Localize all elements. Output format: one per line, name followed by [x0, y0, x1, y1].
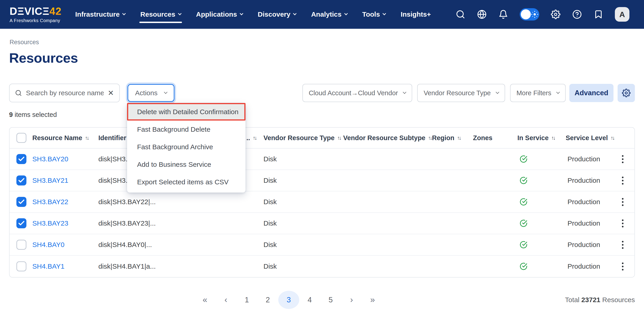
clear-search-icon[interactable]: ✕ — [108, 89, 114, 97]
bookmark-icon[interactable] — [594, 9, 604, 19]
menu-item-add-to-business-service[interactable]: Add to Business Service — [127, 156, 246, 173]
pagination-first[interactable]: « — [194, 291, 216, 309]
vendor-resource-type-cell: Disk — [264, 262, 343, 270]
search-input[interactable] — [26, 89, 104, 97]
pagination-last[interactable]: » — [362, 291, 383, 309]
pagination-page-5[interactable]: 5 — [320, 291, 341, 309]
menu-item-fast-background-delete[interactable]: Fast Background Delete — [127, 121, 246, 138]
nav-item-applications[interactable]: Applications — [196, 0, 243, 29]
filter-select-vendor-resource-type[interactable]: Vendor Resource Type — [417, 84, 505, 102]
row-actions-cell — [607, 218, 634, 229]
pagination-next[interactable]: › — [341, 291, 362, 309]
kebab-menu-icon[interactable] — [620, 261, 625, 272]
pagination-row: «‹12345›» Total 23721 Resources — [0, 291, 644, 309]
column-label: Vendor Resource Type — [264, 134, 334, 142]
gear-icon[interactable] — [551, 9, 561, 19]
row-checkbox[interactable] — [16, 240, 26, 250]
column-header-service-level: Service Level↑↓ — [566, 134, 607, 142]
identifier-cell: disk|SH3.BAY22|... — [98, 198, 246, 206]
resource-name-link[interactable]: SH4.BAY1 — [32, 262, 64, 270]
identifier-cell: disk|SH3.BAY23|... — [98, 219, 246, 227]
actions-menu: Delete with Detailed ConfirmationFast Ba… — [127, 103, 246, 193]
search-box: ✕ — [9, 84, 120, 102]
pagination-page-2[interactable]: 2 — [257, 291, 278, 309]
pagination-page-4[interactable]: 4 — [299, 291, 320, 309]
toolbar-left: ✕ Actions — [9, 84, 174, 102]
sort-icon[interactable]: ↑↓ — [253, 135, 256, 141]
table-row-sh3-bay22: SH3.BAY22disk|SH3.BAY22|...DiskProductio… — [10, 191, 634, 213]
nav-item-label: Insights+ — [400, 11, 431, 18]
search-icon[interactable] — [456, 9, 466, 19]
resource-name-link[interactable]: SH3.BAY21 — [32, 177, 68, 184]
chevron-down-icon — [344, 12, 348, 15]
column-label: Identifier — [98, 134, 126, 142]
sort-icon[interactable]: ↑↓ — [337, 135, 341, 141]
globe-icon[interactable] — [477, 9, 487, 19]
kebab-menu-icon[interactable] — [620, 218, 625, 229]
row-checkbox-cell — [10, 175, 32, 185]
sort-icon[interactable]: ↑↓ — [610, 135, 614, 141]
nav-item-discovery[interactable]: Discovery — [258, 0, 296, 29]
resource-name-link[interactable]: SH4.BAY0 — [32, 241, 64, 248]
sort-icon[interactable]: ↑↓ — [457, 135, 460, 141]
pagination-page-1[interactable]: 1 — [236, 291, 257, 309]
pagination-page-3[interactable]: 3 — [278, 291, 299, 309]
filter-select-more-filters[interactable]: More Filters — [510, 84, 566, 102]
filter-label: More Filters — [516, 89, 551, 97]
sort-icon[interactable]: ↑↓ — [428, 135, 432, 141]
nav-item-infrastructure[interactable]: Infrastructure — [75, 0, 125, 29]
row-actions-cell — [607, 197, 634, 207]
column-header-region: Region↑↓ — [432, 134, 473, 142]
column-label: .. — [246, 134, 250, 142]
column-label: Zones — [473, 134, 492, 142]
toolbar: ✕ Actions Cloud Account→Cloud VendorVend… — [9, 84, 635, 102]
vendor-resource-type-cell: Disk — [264, 241, 343, 249]
nav-item-resources[interactable]: Resources — [140, 0, 181, 29]
theme-toggle[interactable] — [520, 8, 539, 21]
pagination-prev[interactable]: ‹ — [216, 291, 236, 309]
kebab-menu-icon[interactable] — [620, 175, 625, 186]
row-checkbox[interactable] — [16, 154, 26, 164]
filter-select-cloud-account-cloud-vendor[interactable]: Cloud Account→Cloud Vendor — [302, 84, 412, 102]
row-checkbox[interactable] — [16, 197, 26, 207]
table-header-row: Resource Name↑↓Identifier..↑↓Vendor Reso… — [10, 128, 634, 149]
menu-item-fast-background-archive[interactable]: Fast Background Archive — [127, 138, 246, 156]
column-header-: ..↑↓ — [246, 134, 264, 142]
select-all-checkbox[interactable] — [16, 133, 26, 143]
in-service-check-icon — [520, 262, 528, 270]
table-settings-button[interactable] — [618, 84, 635, 102]
column-header-in-service: In Service↑↓ — [518, 134, 566, 142]
sort-icon[interactable]: ↑↓ — [551, 135, 555, 141]
sort-icon[interactable]: ↑↓ — [85, 135, 88, 141]
actions-dropdown-button[interactable]: Actions — [128, 84, 174, 102]
menu-item-export-selected-items-as-csv[interactable]: Export Selected items as CSV — [127, 173, 246, 191]
row-checkbox[interactable] — [16, 175, 26, 185]
advanced-button[interactable]: Advanced — [569, 84, 614, 102]
row-checkbox[interactable] — [16, 218, 26, 228]
resource-name-cell: SH3.BAY20 — [32, 155, 98, 163]
device42-logo[interactable]: DΞVICΞ42 A Freshworks Company — [10, 6, 62, 23]
filter-label: Vendor Resource Type — [424, 89, 491, 97]
bell-icon[interactable] — [498, 9, 508, 19]
user-avatar[interactable]: A — [615, 7, 630, 22]
kebab-menu-icon[interactable] — [620, 239, 625, 250]
resource-name-cell: SH4.BAY1 — [32, 262, 98, 270]
logo-subtitle: A Freshworks Company — [10, 18, 62, 23]
kebab-menu-icon[interactable] — [620, 197, 625, 207]
row-checkbox[interactable] — [16, 261, 26, 271]
breadcrumb[interactable]: Resources — [10, 39, 644, 46]
nav-item-insights[interactable]: Insights+ — [400, 0, 431, 29]
chevron-down-icon — [496, 90, 500, 94]
chevron-down-icon — [122, 12, 126, 15]
chevron-down-icon — [382, 12, 386, 15]
resource-name-link[interactable]: SH3.BAY22 — [32, 198, 68, 205]
resource-name-link[interactable]: SH3.BAY20 — [32, 155, 68, 163]
chevron-down-icon — [240, 12, 243, 15]
help-icon[interactable] — [572, 9, 582, 19]
service-level-cell: Production — [566, 262, 607, 270]
nav-item-analytics[interactable]: Analytics — [311, 0, 347, 29]
menu-item-delete-with-detailed-confirmation[interactable]: Delete with Detailed Confirmation — [127, 103, 246, 121]
nav-item-tools[interactable]: Tools — [362, 0, 386, 29]
kebab-menu-icon[interactable] — [620, 154, 625, 165]
resource-name-link[interactable]: SH3.BAY23 — [32, 219, 68, 227]
